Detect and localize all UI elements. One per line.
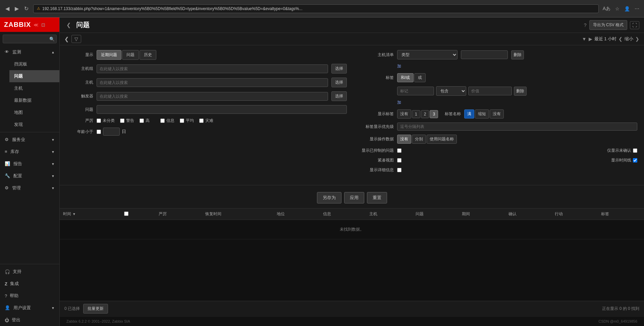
suppressed-checkbox[interactable]: [397, 148, 401, 153]
tag-name-none-btn[interactable]: 没有: [490, 109, 504, 119]
apply-button[interactable]: 应用: [344, 192, 364, 203]
severity-information-checkbox[interactable]: [160, 119, 165, 123]
sidebar-search-icon[interactable]: 🔍: [49, 37, 55, 42]
sidebar-item-inventory[interactable]: ≡ 库存 ▼: [0, 146, 59, 158]
display-problems-btn[interactable]: 问题: [122, 50, 139, 60]
tag-value-input[interactable]: [468, 87, 512, 95]
sidebar-item-problems[interactable]: 问题: [9, 70, 59, 82]
severity-average-checkbox[interactable]: [180, 119, 184, 123]
time-back-btn[interactable]: ❮: [619, 36, 623, 42]
sidebar-item-services[interactable]: ⚙ 服务业 ▼: [0, 134, 59, 146]
age-input[interactable]: 14: [103, 128, 120, 136]
sidebar-item-integrations[interactable]: Z 集成: [0, 278, 59, 290]
time-dropdown-btn[interactable]: ▼: [582, 36, 587, 42]
unacknowledged-checkbox-label[interactable]: 仅显示未确认: [607, 148, 637, 153]
severity-unclassified[interactable]: 未分类: [97, 118, 115, 124]
problem-input[interactable]: [97, 105, 347, 114]
th-time[interactable]: 时间 ▼: [60, 208, 121, 220]
tag-and-or-btn[interactable]: 和/或: [397, 73, 414, 82]
severity-disaster[interactable]: 灾难: [199, 118, 213, 124]
severity-unclassified-checkbox[interactable]: [97, 119, 101, 123]
trigger-select-btn[interactable]: 选择: [331, 91, 347, 101]
compact-checkbox-label[interactable]: [397, 158, 401, 162]
details-checkbox[interactable]: [397, 168, 401, 172]
severity-high-checkbox[interactable]: [140, 119, 144, 123]
display-history-btn[interactable]: 历史: [140, 50, 156, 60]
sidebar-item-logout[interactable]: ⏻ 登出: [0, 314, 59, 326]
sidebar-item-maps[interactable]: 地图: [9, 106, 59, 119]
browser-profile-btn[interactable]: 👤: [623, 5, 631, 13]
tag-name-short-btn[interactable]: 缩短: [475, 109, 489, 119]
suppressed-checkbox-label[interactable]: [397, 148, 401, 153]
ops-separately-btn[interactable]: 分别: [412, 135, 426, 144]
bulk-update-button[interactable]: 批量更新: [83, 304, 108, 314]
age-checkbox[interactable]: [97, 130, 101, 134]
unacknowledged-checkbox[interactable]: [633, 148, 637, 153]
sidebar-item-monitoring[interactable]: 👁 监测 ▲: [0, 46, 59, 58]
hostgroup-select-btn[interactable]: 选择: [331, 64, 347, 74]
trigger-input[interactable]: [97, 92, 328, 101]
tag-add-link[interactable]: 加: [397, 100, 401, 105]
severity-disaster-checkbox[interactable]: [199, 119, 204, 123]
show-tags-2-btn[interactable]: 2: [421, 110, 429, 118]
show-tags-3-btn[interactable]: 3: [430, 110, 438, 118]
inventory-value-input[interactable]: [461, 50, 508, 59]
severity-warning-checkbox[interactable]: [120, 119, 124, 123]
sidebar-item-configuration[interactable]: 🔧 配置 ▼: [0, 170, 59, 182]
sidebar-item-discovery[interactable]: 发现: [9, 119, 59, 131]
tag-delete-btn[interactable]: 删除: [514, 87, 527, 96]
filter-nav-back-btn[interactable]: ❮: [64, 36, 69, 42]
help-button[interactable]: ?: [584, 22, 587, 28]
browser-refresh-btn[interactable]: ↻: [22, 4, 31, 13]
tag-or-btn[interactable]: 或: [414, 73, 426, 82]
sidebar-item-admin[interactable]: ⚙ 管理 ▼: [0, 182, 59, 194]
sidebar-toggle-btn[interactable]: ⊡: [41, 22, 45, 28]
sidebar-item-help[interactable]: ? 帮助: [0, 290, 59, 302]
sidebar-item-support[interactable]: 🎧 支持: [0, 266, 59, 278]
show-tags-none-btn[interactable]: 没有: [397, 109, 411, 119]
sidebar-item-dashboards[interactable]: 挡泥板: [9, 58, 59, 70]
tag-priority-input[interactable]: [397, 123, 637, 131]
page-back-btn[interactable]: ❮: [64, 21, 73, 29]
browser-address-bar[interactable]: ⚠ 192.168.17.133/zabbix.php?show=1&name=…: [33, 4, 599, 13]
browser-more-btn[interactable]: ⋯: [633, 5, 641, 13]
host-input[interactable]: [97, 78, 328, 87]
inventory-add-link[interactable]: 加: [397, 63, 401, 69]
time-forward-btn[interactable]: ▶: [589, 36, 592, 42]
browser-forward-btn[interactable]: ▶: [13, 4, 21, 13]
reset-button[interactable]: 重置: [367, 192, 387, 203]
sidebar-search-input[interactable]: [3, 35, 57, 43]
display-recent-btn[interactable]: 近期问题: [97, 50, 121, 60]
show-tags-1-btn[interactable]: 1: [412, 110, 420, 118]
hostgroup-input[interactable]: [97, 64, 328, 73]
inventory-type-select[interactable]: 类型: [397, 50, 458, 59]
timeline-checkbox[interactable]: [633, 158, 637, 162]
select-all-checkbox[interactable]: [124, 212, 128, 216]
details-checkbox-label[interactable]: [397, 168, 401, 172]
sidebar-collapse-btn[interactable]: ≪: [34, 22, 39, 28]
export-csv-button[interactable]: 导出为 CSV 格式: [589, 20, 627, 30]
save-as-button[interactable]: 另存为: [317, 192, 341, 203]
sidebar-item-latest-data[interactable]: 最新数据: [9, 94, 59, 106]
browser-back-btn[interactable]: ◀: [3, 4, 11, 13]
ops-none-btn[interactable]: 没有: [397, 135, 411, 144]
severity-high[interactable]: 高: [140, 118, 150, 124]
filter-toggle-icon-btn[interactable]: ▽: [71, 35, 81, 43]
tag-contains-select[interactable]: 包含 等于 不包含: [436, 86, 466, 96]
browser-reader-btn[interactable]: Aあ: [601, 4, 612, 13]
time-next-btn[interactable]: ❯: [635, 36, 639, 42]
tag-name-input[interactable]: [397, 87, 434, 95]
severity-average[interactable]: 平均: [180, 118, 194, 124]
sidebar-item-user-settings[interactable]: 👤 用户设置 ▼: [0, 302, 59, 314]
severity-information[interactable]: 信息: [160, 118, 174, 124]
tag-name-full-btn[interactable]: 满: [464, 109, 474, 119]
ops-use-problem-name-btn[interactable]: 使用问题名称: [427, 135, 457, 144]
sidebar-item-hosts[interactable]: 主机: [9, 82, 59, 94]
compact-checkbox[interactable]: [397, 158, 401, 162]
host-select-btn[interactable]: 选择: [331, 78, 347, 87]
th-checkbox[interactable]: [121, 208, 156, 220]
sidebar-item-reports[interactable]: 📊 报告 ▼: [0, 158, 59, 170]
browser-bookmark-btn[interactable]: ☆: [614, 5, 621, 13]
inventory-delete-btn[interactable]: 删除: [511, 50, 524, 59]
fullscreen-button[interactable]: ⛶: [630, 21, 639, 29]
